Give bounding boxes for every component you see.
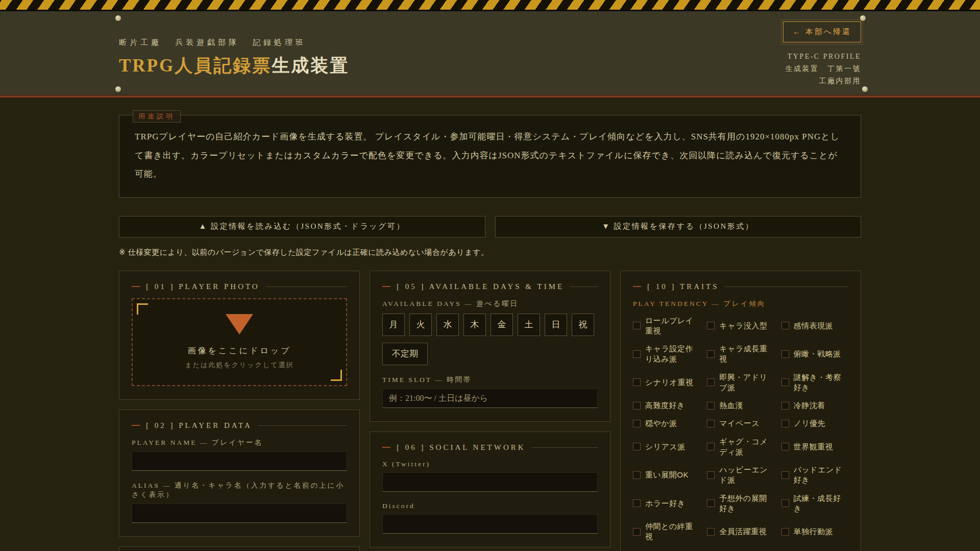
trait-checkbox[interactable] [781,350,789,358]
page-title: TRPG人員記録票生成装置 [119,54,349,78]
trait-checkbox[interactable] [781,420,789,427]
trait-label: 単独行動派 [794,526,834,537]
trait-checkbox[interactable] [781,499,789,507]
trait-checkbox[interactable] [707,499,715,507]
rivet-icon [115,15,121,21]
trait-checkbox[interactable] [781,322,789,329]
photo-dropzone[interactable]: 画像をここにドロップ または此処をクリックして選択 [132,298,347,386]
trait-item: 高難度好き [633,400,700,411]
trait-checkbox[interactable] [781,471,789,479]
trait-checkbox[interactable] [781,443,789,450]
trait-checkbox[interactable] [781,528,789,536]
trait-checkbox[interactable] [633,499,641,507]
page-title-rest: 生成装置 [272,56,349,76]
play-tendency-label: PLAY TENDENCY — プレイ傾向 [633,299,848,308]
compatibility-warning: ※ 仕様変更により、以前のバージョンで保存した設定ファイルは正確に読み込めない場… [119,248,861,257]
section-rule [532,447,598,448]
trait-checkbox[interactable] [633,443,641,450]
trait-checkbox[interactable] [707,378,715,386]
trait-item: シナリオ重視 [633,372,700,393]
column-right: [ 10 ] TRAITS PLAY TENDENCY — プレイ傾向 ロールプ… [620,271,861,551]
trait-item: 感情表現派 [781,316,848,337]
trait-checkbox[interactable] [707,443,715,450]
trait-checkbox[interactable] [707,402,715,410]
save-settings-button[interactable]: ▼ 設定情報を保存する（JSON形式） [495,216,862,237]
page-title-highlight: TRPG人員記録票 [119,56,272,76]
discord-input[interactable] [382,514,598,534]
trait-label: 感情表現派 [794,321,834,331]
x-twitter-input[interactable] [382,472,598,492]
trait-label: 冷静沈着 [794,400,825,411]
section-player-data: [ 02 ] PLAYER DATA PLAYER NAME — プレイヤー名 … [119,410,360,537]
trait-item: 仲間との絆重視 [633,521,700,542]
trait-item: ハッピーエンド派 [707,465,774,486]
trait-checkbox[interactable] [633,378,641,386]
dropzone-main-text: 画像をここにドロップ [188,346,291,356]
day-toggle-button[interactable]: 祝 [572,314,594,336]
discord-label: Discord [382,502,598,510]
day-toggle-button[interactable]: 水 [436,314,459,336]
alias-input[interactable] [132,504,347,523]
trait-label: シリアス派 [645,442,685,452]
time-slot-input[interactable] [382,389,598,408]
day-toggle-button[interactable]: 火 [409,314,432,336]
trait-checkbox[interactable] [633,528,641,536]
section-player-photo: [ 01 ] PLAYER PHOTO 画像をここにドロップ または此処をクリッ… [119,271,360,400]
trait-checkbox[interactable] [781,378,789,386]
trait-checkbox[interactable] [707,350,715,358]
trait-grid: ロールプレイ重視 キャラ没入型 感情表現派 [633,316,848,551]
trait-item: バッドエンド好き [781,465,848,486]
section-rule [570,286,598,287]
trait-item: 冷静沈着 [781,400,848,411]
trait-label: キャラ設定作り込み派 [645,344,700,365]
irregular-toggle-button[interactable]: 不定期 [382,343,428,365]
alias-label: ALIAS — 通り名・キャラ名（入力すると名前の上に小さく表示） [132,481,347,499]
trait-checkbox[interactable] [707,322,715,329]
available-days-label: AVAILABLE DAYS — 遊べる曜日 [382,299,598,308]
header-meta-line: TYPE-C PROFILE [783,51,861,63]
eyebrow-item: 記録処理班 [253,38,306,47]
section-title: [ 02 ] PLAYER DATA [146,421,252,430]
day-toggle-button[interactable]: 月 [382,314,405,336]
header-meta: TYPE-C PROFILE生成装置 丁第一號工廠内部用 [783,51,861,87]
trait-label: キャラ成長重視 [719,344,774,365]
trait-label: ロールプレイ重視 [645,316,700,337]
section-system: [ 03 ] SYSTEM（最大15個） 1. 2. [119,546,360,551]
column-left: [ 01 ] PLAYER PHOTO 画像をここにドロップ または此処をクリッ… [119,271,360,551]
player-name-input[interactable] [132,451,347,471]
usage-notice-label: 用途説明 [133,110,181,123]
load-settings-button[interactable]: ▲ 設定情報を読み込む（JSON形式・ドラッグ可） [119,216,485,237]
trait-checkbox[interactable] [781,402,789,410]
trait-label: 俯瞰・戦略派 [794,349,841,359]
trait-checkbox[interactable] [633,420,641,427]
day-toggle-button[interactable]: 金 [491,314,513,336]
trait-label: ハッピーエンド派 [719,465,774,486]
trait-item: マイペース [707,418,774,428]
trait-label: 全員活躍重視 [719,526,767,537]
trait-checkbox[interactable] [633,350,641,358]
day-toggle-button[interactable]: 日 [545,314,567,336]
rivet-icon [115,86,121,92]
player-name-label: PLAYER NAME — プレイヤー名 [132,438,347,447]
trait-checkbox[interactable] [633,322,641,329]
section-title: [ 06 ] SOCIAL NETWORK [397,443,526,452]
x-twitter-label: X (Twitter) [382,460,598,468]
trait-checkbox[interactable] [707,420,715,427]
eyebrow-item: 断片工廠 [119,38,162,47]
trait-label: 即興・アドリブ派 [719,372,774,393]
section-rule [258,425,347,426]
trait-item: キャラ設定作り込み派 [633,344,700,365]
trait-checkbox[interactable] [633,471,641,479]
day-button-row: 月火水木金土日祝 [382,314,598,336]
rivet-icon [860,15,866,21]
return-hq-button[interactable]: ← 本部へ帰還 [783,21,861,42]
section-tick [382,286,390,287]
drop-arrow-icon [226,314,253,334]
trait-item: 即興・アドリブ派 [707,372,774,393]
day-toggle-button[interactable]: 木 [463,314,486,336]
trait-checkbox[interactable] [633,402,641,410]
trait-checkbox[interactable] [707,528,715,536]
trait-checkbox[interactable] [707,471,715,479]
section-tick [633,286,641,287]
day-toggle-button[interactable]: 土 [518,314,540,336]
